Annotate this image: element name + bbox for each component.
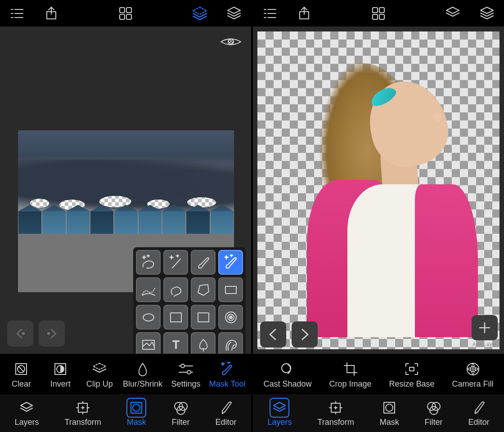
svg-text:✦: ✦ — [221, 362, 225, 366]
tab-editor[interactable]: Editor — [211, 397, 241, 430]
canvas-area[interactable]: Add Layer — [253, 27, 504, 354]
tool-ellipse[interactable] — [136, 305, 161, 330]
tab-mask[interactable]: Mask — [375, 397, 404, 430]
svg-marker-72 — [481, 7, 493, 13]
mask-tool-palette: ✦✦ ✦✦ ✦✦ T — [133, 247, 246, 354]
svg-point-83 — [386, 404, 393, 411]
action-blur-shrink[interactable]: Blur/Shrink — [123, 361, 162, 389]
svg-point-14 — [228, 39, 234, 45]
svg-marker-24 — [198, 285, 209, 295]
next-layer-button[interactable] — [292, 321, 318, 347]
svg-rect-69 — [373, 14, 378, 19]
action-crop-image[interactable]: Crop Image — [329, 361, 371, 389]
tool-hair[interactable] — [218, 332, 243, 354]
action-clipup[interactable]: Clip Up — [84, 361, 115, 389]
prev-layer-button[interactable] — [260, 321, 286, 347]
tool-fill-gradient[interactable] — [136, 277, 161, 302]
tool-threshold-image[interactable] — [136, 332, 161, 354]
svg-point-36 — [47, 332, 50, 335]
tool-rectangle[interactable] — [218, 277, 243, 302]
tool-brush[interactable] — [191, 250, 216, 275]
svg-rect-11 — [126, 14, 131, 19]
bottom-tabbar: Layers Transform Mask Filter Editor — [253, 394, 504, 432]
share-icon[interactable] — [295, 4, 313, 22]
tool-text[interactable]: T — [163, 332, 188, 354]
svg-point-46 — [187, 370, 191, 374]
mask-action-bar: Clear Invert Clip Up Blur/Shrink Setting… — [0, 354, 251, 394]
svg-rect-10 — [120, 14, 125, 19]
tab-layers[interactable]: Layers — [263, 397, 296, 430]
svg-marker-42 — [93, 363, 106, 370]
svg-rect-25 — [225, 286, 236, 294]
tab-transform[interactable]: Transform — [313, 397, 358, 430]
svg-text:✦: ✦ — [227, 362, 230, 365]
tool-magic-lasso[interactable]: ✦✦ — [136, 250, 161, 275]
svg-text:✦: ✦ — [230, 254, 233, 258]
tool-lasso[interactable] — [163, 277, 188, 302]
grid-icon[interactable] — [369, 4, 387, 22]
list-icon[interactable] — [261, 4, 279, 22]
svg-rect-9 — [126, 8, 131, 13]
action-mask-tool[interactable]: ✦✦Mask Tool — [209, 361, 246, 389]
svg-point-44 — [181, 364, 184, 368]
svg-text:T: T — [172, 338, 179, 351]
svg-point-54 — [133, 404, 140, 411]
layers-stack-icon[interactable] — [225, 4, 243, 22]
action-settings[interactable]: Settings — [170, 361, 202, 389]
visibility-toggle-icon[interactable] — [220, 35, 242, 49]
subject-cutout — [266, 45, 504, 354]
tool-gradient-vertical[interactable] — [163, 305, 188, 330]
tool-magic-wand[interactable]: ✦✦ — [163, 250, 188, 275]
tab-editor[interactable]: Editor — [464, 397, 494, 430]
svg-text:✦: ✦ — [170, 255, 173, 260]
svg-rect-68 — [379, 8, 384, 13]
svg-rect-70 — [379, 14, 384, 19]
action-camera-fill[interactable]: Camera Fill — [452, 361, 494, 389]
list-icon[interactable] — [8, 4, 26, 22]
svg-point-26 — [143, 314, 154, 321]
svg-line-19 — [172, 259, 180, 268]
topbar — [0, 0, 251, 27]
add-layer-button[interactable]: Add Layer — [472, 315, 498, 347]
svg-marker-13 — [228, 7, 240, 13]
svg-marker-49 — [21, 402, 32, 409]
svg-marker-12 — [193, 7, 207, 14]
svg-rect-76 — [410, 367, 414, 371]
tool-magic-brush[interactable]: ✦✦ — [218, 250, 243, 275]
layers-outline-icon[interactable] — [444, 4, 462, 22]
svg-text:✦: ✦ — [142, 255, 146, 260]
svg-text:✦: ✦ — [225, 255, 228, 260]
svg-marker-78 — [274, 402, 285, 409]
tab-mask[interactable]: Mask — [122, 397, 151, 430]
tool-radial[interactable] — [218, 305, 243, 330]
next-layer-button[interactable] — [39, 321, 65, 347]
tool-polygon[interactable] — [191, 277, 216, 302]
grid-icon[interactable] — [117, 4, 135, 22]
tab-transform[interactable]: Transform — [60, 397, 105, 430]
svg-marker-71 — [446, 7, 459, 13]
topbar — [253, 0, 504, 27]
prev-layer-button[interactable] — [7, 321, 33, 347]
layers-stack-icon[interactable] — [478, 4, 496, 22]
tool-shape-spade[interactable] — [191, 332, 216, 354]
tab-filter[interactable]: Filter — [167, 397, 194, 430]
mask-layers-icon[interactable] — [191, 4, 209, 22]
tool-gradient-horizontal[interactable] — [191, 305, 216, 330]
canvas-area[interactable]: ✦✦ ✦✦ ✦✦ T — [0, 27, 251, 354]
add-layer-label: Add Layer — [472, 341, 497, 347]
layers-action-bar: Cast Shadow Crop Image Resize Base Camer… — [253, 354, 504, 394]
svg-line-39 — [18, 366, 24, 372]
share-icon[interactable] — [42, 4, 60, 22]
tab-filter[interactable]: Filter — [420, 397, 447, 430]
svg-point-35 — [22, 332, 25, 335]
svg-rect-27 — [171, 313, 181, 322]
svg-text:✦: ✦ — [147, 254, 150, 258]
action-cast-shadow[interactable]: Cast Shadow — [263, 361, 311, 389]
action-resize-base[interactable]: Resize Base — [389, 361, 434, 389]
svg-point-75 — [282, 364, 291, 373]
svg-rect-8 — [120, 8, 125, 13]
action-clear[interactable]: Clear — [5, 361, 37, 389]
tab-layers[interactable]: Layers — [10, 397, 43, 430]
svg-rect-28 — [198, 313, 209, 322]
action-invert[interactable]: Invert — [45, 361, 76, 389]
